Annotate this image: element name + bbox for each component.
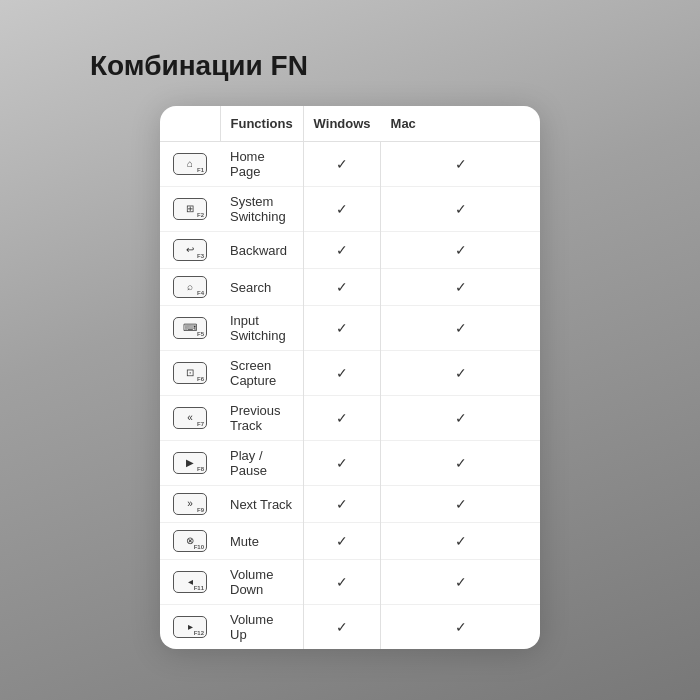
mac-check: ✓ xyxy=(381,441,540,486)
mac-check: ✓ xyxy=(381,560,540,605)
function-label: Input Switching xyxy=(220,306,303,351)
key-icon: ▶ F8 xyxy=(173,452,207,474)
table-row: ↩ F3 Backward✓✓ xyxy=(160,232,540,269)
windows-check: ✓ xyxy=(303,605,380,650)
function-label: Mute xyxy=(220,523,303,560)
key-icon-cell: ⊗ F10 xyxy=(160,523,220,560)
function-label: Volume Down xyxy=(220,560,303,605)
table-row: ⊡ F6 Screen Capture✓✓ xyxy=(160,351,540,396)
function-label: Previous Track xyxy=(220,396,303,441)
windows-check: ✓ xyxy=(303,351,380,396)
key-icon-cell: « F7 xyxy=(160,396,220,441)
col-header-windows: Windows xyxy=(303,106,380,142)
mac-check: ✓ xyxy=(381,232,540,269)
key-icon: ⌕ F4 xyxy=(173,276,207,298)
table-row: ⌨ F5 Input Switching✓✓ xyxy=(160,306,540,351)
key-icon: ⌂ F1 xyxy=(173,153,207,175)
key-icon-cell: ↩ F3 xyxy=(160,232,220,269)
function-label: Search xyxy=(220,269,303,306)
key-icon-cell: » F9 xyxy=(160,486,220,523)
fn-table: Functions Windows Mac ⌂ F1 Home Page✓✓ ⊞… xyxy=(160,106,540,649)
windows-check: ✓ xyxy=(303,523,380,560)
mac-check: ✓ xyxy=(381,306,540,351)
function-label: Next Track xyxy=(220,486,303,523)
key-icon-cell: ⊞ F2 xyxy=(160,187,220,232)
key-icon-cell: ▸ F12 xyxy=(160,605,220,650)
function-label: Backward xyxy=(220,232,303,269)
windows-check: ✓ xyxy=(303,396,380,441)
col-header-icon xyxy=(160,106,220,142)
mac-check: ✓ xyxy=(381,486,540,523)
table-row: ◂ F11 Volume Down✓✓ xyxy=(160,560,540,605)
key-icon: ↩ F3 xyxy=(173,239,207,261)
mac-check: ✓ xyxy=(381,269,540,306)
key-icon: » F9 xyxy=(173,493,207,515)
table-row: ⌕ F4 Search✓✓ xyxy=(160,269,540,306)
fn-table-card: Functions Windows Mac ⌂ F1 Home Page✓✓ ⊞… xyxy=(160,106,540,649)
key-icon-cell: ⌕ F4 xyxy=(160,269,220,306)
function-label: Screen Capture xyxy=(220,351,303,396)
key-icon: ⊗ F10 xyxy=(173,530,207,552)
mac-check: ✓ xyxy=(381,523,540,560)
table-row: » F9 Next Track✓✓ xyxy=(160,486,540,523)
key-icon: « F7 xyxy=(173,407,207,429)
function-label: Play / Pause xyxy=(220,441,303,486)
page-title: Комбинации FN xyxy=(90,50,308,82)
table-row: ⌂ F1 Home Page✓✓ xyxy=(160,142,540,187)
key-icon-cell: ▶ F8 xyxy=(160,441,220,486)
col-header-functions: Functions xyxy=(220,106,303,142)
windows-check: ✓ xyxy=(303,142,380,187)
table-row: ▸ F12 Volume Up✓✓ xyxy=(160,605,540,650)
windows-check: ✓ xyxy=(303,441,380,486)
col-header-mac: Mac xyxy=(381,106,540,142)
windows-check: ✓ xyxy=(303,232,380,269)
key-icon-cell: ⌨ F5 xyxy=(160,306,220,351)
windows-check: ✓ xyxy=(303,306,380,351)
windows-check: ✓ xyxy=(303,486,380,523)
key-icon: ⊡ F6 xyxy=(173,362,207,384)
mac-check: ✓ xyxy=(381,142,540,187)
mac-check: ✓ xyxy=(381,396,540,441)
windows-check: ✓ xyxy=(303,560,380,605)
windows-check: ✓ xyxy=(303,269,380,306)
key-icon: ◂ F11 xyxy=(173,571,207,593)
table-row: ▶ F8 Play / Pause✓✓ xyxy=(160,441,540,486)
function-label: System Switching xyxy=(220,187,303,232)
table-row: ⊗ F10 Mute✓✓ xyxy=(160,523,540,560)
key-icon: ⊞ F2 xyxy=(173,198,207,220)
table-row: « F7 Previous Track✓✓ xyxy=(160,396,540,441)
windows-check: ✓ xyxy=(303,187,380,232)
key-icon-cell: ⌂ F1 xyxy=(160,142,220,187)
key-icon: ⌨ F5 xyxy=(173,317,207,339)
mac-check: ✓ xyxy=(381,351,540,396)
key-icon-cell: ⊡ F6 xyxy=(160,351,220,396)
mac-check: ✓ xyxy=(381,605,540,650)
function-label: Volume Up xyxy=(220,605,303,650)
key-icon: ▸ F12 xyxy=(173,616,207,638)
table-row: ⊞ F2 System Switching✓✓ xyxy=(160,187,540,232)
mac-check: ✓ xyxy=(381,187,540,232)
function-label: Home Page xyxy=(220,142,303,187)
key-icon-cell: ◂ F11 xyxy=(160,560,220,605)
